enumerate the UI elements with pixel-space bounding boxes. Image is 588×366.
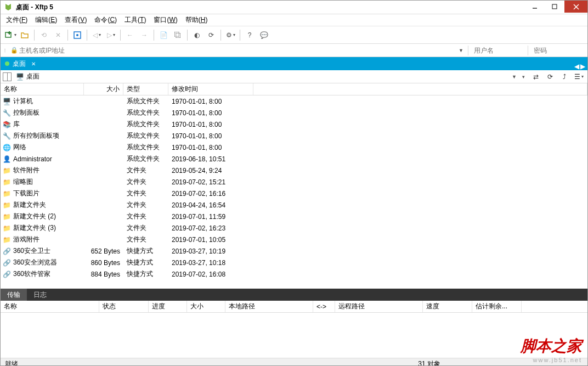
table-row[interactable]: 🔧所有控制面板项系统文件夹1970-01-01, 8:00 — [1, 130, 587, 142]
file-type: 系统文件夹 — [123, 106, 168, 119]
menu-v[interactable]: 查看(V) — [61, 14, 90, 26]
file-size — [84, 169, 123, 172]
lock-icon: 🔒 — [10, 47, 18, 54]
computer-icon: 🖥️ — [2, 97, 11, 106]
col-header-type[interactable]: 类型 — [123, 83, 168, 95]
file-size — [84, 157, 123, 161]
password-input[interactable] — [530, 45, 585, 56]
tab-log[interactable]: 日志 — [27, 289, 53, 301]
minimize-button[interactable] — [525, 1, 545, 13]
shortcut-icon: 🔗 — [2, 258, 11, 267]
table-row[interactable]: 🔗360软件管家884 Bytes快捷方式2019-07-02, 16:08 — [1, 268, 587, 280]
properties-button[interactable] — [71, 29, 84, 42]
table-row[interactable]: 🌐网络系统文件夹1970-01-01, 8:00 — [1, 142, 587, 153]
path-input[interactable]: 🖥️ 桌面 — [14, 72, 510, 81]
forward-button[interactable]: → — [138, 29, 151, 42]
tab-transfer[interactable]: 传输 — [1, 289, 27, 301]
file-name: 控制面板 — [13, 108, 39, 117]
transfer-right-button[interactable]: ▷ — [104, 29, 117, 42]
folder-icon: 📁 — [2, 201, 11, 210]
svg-rect-1 — [552, 4, 557, 9]
tab-desktop[interactable]: 桌面 ✕ — [1, 57, 40, 70]
table-row[interactable]: 📁下载图片文件夹2019-07-02, 16:16 — [1, 188, 587, 199]
folder-icon: 📁 — [2, 212, 11, 221]
file-type: 快捷方式 — [123, 268, 168, 280]
file-size — [84, 123, 123, 126]
view-options-icon[interactable]: ☰ — [572, 70, 585, 83]
table-row[interactable]: 🔗360安全浏览器860 Bytes快捷方式2019-03-27, 10:18 — [1, 257, 587, 268]
copy-button[interactable]: ⿻ — [171, 29, 184, 42]
help-button[interactable]: ? — [243, 29, 256, 42]
menu-h[interactable]: 帮助(H) — [182, 14, 211, 26]
tab-scroll-left[interactable]: ◀ — [574, 63, 579, 70]
transfer-col-header[interactable]: 远程路径 — [335, 301, 423, 312]
transfer-body: 脚本之家 www.jb51.net — [1, 313, 587, 358]
path-bar: 🖥️ 桌面 ▼ ▾ ⇄ ⟳ ⤴ ☰ — [1, 70, 587, 83]
open-button[interactable] — [18, 29, 31, 42]
close-button[interactable] — [564, 1, 587, 13]
back-button[interactable]: ← — [123, 29, 137, 42]
reconnect-button[interactable]: ⟲ — [37, 29, 50, 42]
table-row[interactable]: 🔧控制面板系统文件夹1970-01-01, 8:00 — [1, 107, 587, 119]
path-history-icon[interactable]: ▾ — [522, 74, 525, 80]
file-type: 文件夹 — [123, 176, 168, 188]
transfer-col-header[interactable]: 估计剩余... — [472, 301, 522, 312]
new-folder-button[interactable]: 📄 — [157, 29, 170, 42]
transfer-col-header[interactable]: <-> — [313, 301, 335, 312]
statusbar: 就绪 31 对象 — [1, 358, 587, 366]
file-name: 新建文件夹 (3) — [13, 223, 56, 233]
table-row[interactable]: 🖥️计算机系统文件夹1970-01-01, 8:00 — [1, 95, 587, 107]
col-header-size[interactable]: 大小 — [84, 83, 123, 95]
folder-icon: 📁 — [2, 166, 11, 175]
table-row[interactable]: 📁新建文件夹 (3)文件夹2019-07-02, 16:23 — [1, 222, 587, 234]
table-row[interactable]: 📁游戏附件文件夹2019-07-01, 10:05 — [1, 234, 587, 245]
file-type: 系统文件夹 — [123, 95, 168, 108]
sync-button[interactable]: ⟳ — [205, 29, 218, 42]
transfer-left-button[interactable]: ◁ — [90, 29, 103, 42]
layout-icon[interactable] — [3, 72, 12, 81]
table-row[interactable]: 📁软件附件文件夹2019-05-24, 9:24 — [1, 165, 587, 176]
transfer-icon[interactable]: ⇄ — [529, 70, 542, 83]
col-header-name[interactable]: 名称 — [1, 83, 84, 95]
table-row[interactable]: 📁新建文件夹文件夹2019-04-24, 16:54 — [1, 199, 587, 211]
disconnect-button[interactable]: ✕ — [52, 29, 65, 42]
new-session-button[interactable] — [4, 29, 17, 42]
table-row[interactable]: 🔗360安全卫士652 Bytes快捷方式2019-03-27, 10:19 — [1, 245, 587, 257]
transfer-col-header[interactable]: 本地路径 — [225, 301, 313, 312]
maximize-button[interactable] — [545, 1, 564, 13]
user-icon: 👤 — [2, 155, 11, 164]
bookmark-button[interactable]: ◐ — [190, 29, 203, 42]
transfer-col-header[interactable]: 速度 — [423, 301, 472, 312]
file-type: 文件夹 — [123, 222, 168, 234]
username-input[interactable] — [471, 45, 525, 56]
menu-f[interactable]: 文件(F) — [3, 14, 31, 26]
file-size — [84, 111, 123, 115]
refresh-icon[interactable]: ⟳ — [544, 70, 557, 83]
table-row[interactable]: 📚库系统文件夹1970-01-01, 8:00 — [1, 119, 587, 130]
table-row[interactable]: 📁新建文件夹 (2)文件夹2019-07-01, 11:59 — [1, 211, 587, 222]
up-icon[interactable]: ⤴ — [558, 70, 571, 83]
file-name: Administrator — [13, 155, 52, 163]
table-row[interactable]: 📁缩略图文件夹2019-07-02, 15:21 — [1, 176, 587, 188]
menu-t[interactable]: 工具(T) — [121, 14, 149, 26]
transfer-col-header[interactable]: 状态 — [99, 301, 149, 312]
host-dropdown-icon[interactable]: ▼ — [459, 48, 463, 53]
transfer-header: 名称状态进度大小本地路径<->远程路径速度估计剩余... — [1, 301, 587, 313]
transfer-col-header[interactable]: 进度 — [149, 301, 187, 312]
file-size — [84, 146, 123, 149]
transfer-col-header[interactable]: 大小 — [187, 301, 225, 312]
menu-e[interactable]: 编辑(E) — [32, 14, 60, 26]
menu-w[interactable]: 窗口(W) — [150, 14, 180, 26]
menu-c[interactable]: 命令(C) — [91, 14, 120, 26]
col-header-date[interactable]: 修改时间 — [168, 83, 253, 95]
file-date: 1970-01-01, 8:00 — [168, 119, 253, 130]
transfer-col-header[interactable]: 名称 — [1, 301, 99, 312]
file-name: 游戏附件 — [13, 235, 39, 244]
feedback-button[interactable]: 💬 — [257, 29, 270, 42]
host-input[interactable] — [9, 45, 466, 56]
tab-scroll-right[interactable]: ▶ — [580, 63, 585, 70]
tab-close-icon[interactable]: ✕ — [31, 61, 36, 67]
path-dropdown-icon[interactable]: ▼ — [512, 74, 517, 80]
settings-button[interactable]: ⚙ — [224, 29, 237, 42]
table-row[interactable]: 👤Administrator系统文件夹2019-06-18, 10:51 — [1, 153, 587, 165]
